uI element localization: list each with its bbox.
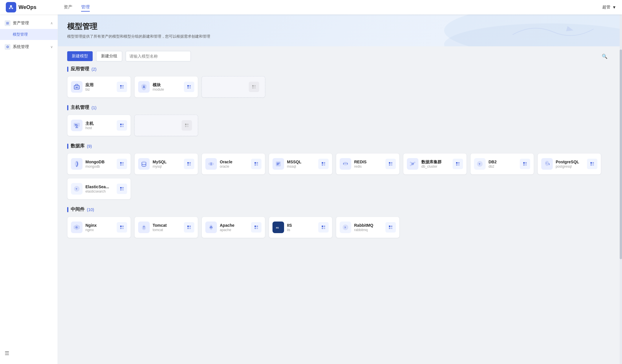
svg-rect-114 (324, 226, 325, 227)
elasticsearch-code: elasticsearch (85, 189, 117, 193)
model-card-mysql: MySQL mysql (134, 153, 198, 175)
svg-point-58 (343, 164, 347, 165)
svg-rect-120 (391, 226, 392, 227)
svg-point-83 (545, 161, 549, 166)
model-card-iis: IIS IIS iis (269, 217, 332, 238)
db2-action[interactable] (520, 159, 530, 169)
model-card-dbcluster: 4 数据库集群 db_cluster (403, 153, 467, 175)
module-name: 模块 (153, 82, 184, 87)
svg-rect-50 (255, 164, 256, 166)
postgresql-action[interactable] (587, 159, 597, 169)
new-model-button[interactable]: 新建模型 (67, 51, 93, 61)
iis-action[interactable] (318, 222, 329, 233)
host-action[interactable] (117, 120, 127, 131)
model-card-nginx: G Nginx nginx (67, 217, 131, 238)
section-middleware-title: 中间件 (71, 206, 85, 213)
section-host-title: 主机管理 (71, 105, 89, 111)
iis-icon: IIS (272, 222, 284, 233)
rabbitmq-code: rabbitmq (354, 228, 385, 232)
svg-rect-116 (324, 228, 325, 229)
svg-rect-44 (187, 164, 189, 166)
scrollbar-thumb[interactable] (620, 50, 622, 259)
placeholder-action-app[interactable] (249, 82, 259, 92)
apache-action[interactable] (251, 222, 261, 233)
mongodb-action[interactable] (117, 159, 127, 169)
user-menu[interactable]: 超管 ▼ (602, 5, 616, 10)
svg-rect-110 (257, 228, 258, 229)
nav-links: 资产 管理 (64, 3, 602, 12)
svg-rect-49 (257, 162, 258, 164)
nginx-icon: G (71, 222, 83, 233)
module-action[interactable] (184, 82, 194, 92)
svg-rect-38 (122, 162, 124, 164)
new-group-button[interactable]: 新建分组 (96, 51, 122, 61)
asset-mgmt-chevron: ∧ (50, 21, 53, 25)
elasticsearch-icon: ? (71, 183, 83, 195)
section-app-title: 应用管理 (71, 66, 89, 72)
main-layout: ⊞ 资产管理 ∧ 模型管理 ⚙ 系统管理 ∨ ☰ 模 (0, 14, 622, 364)
placeholder-action-host[interactable] (182, 120, 192, 131)
model-card-redis: REDIS redis (336, 153, 400, 175)
dbcluster-action[interactable] (453, 159, 463, 169)
nav-manage[interactable]: 管理 (81, 3, 90, 12)
apache-icon (205, 222, 217, 233)
elasticsearch-action[interactable] (117, 184, 127, 194)
mysql-action[interactable] (184, 159, 194, 169)
sidebar-item-model-mgmt[interactable]: 模型管理 (0, 29, 58, 40)
nginx-code: nginx (85, 228, 117, 232)
elasticsearch-name: ElasticSea... (85, 184, 117, 189)
sidebar-collapse-btn[interactable]: ☰ (0, 347, 58, 359)
svg-rect-19 (254, 87, 256, 89)
sidebar-section-sys-header[interactable]: ⚙ 系统管理 ∨ (0, 41, 58, 53)
svg-rect-63 (389, 164, 390, 166)
svg-rect-103 (189, 226, 191, 227)
section-db-count: (9) (87, 144, 92, 149)
biz-action[interactable] (117, 82, 127, 92)
section-middleware-count: (10) (87, 207, 94, 212)
svg-rect-31 (185, 124, 186, 125)
db2-icon: ? (474, 158, 486, 170)
oracle-code: oracle (220, 164, 251, 169)
module-code: module (153, 87, 184, 92)
svg-rect-61 (389, 162, 390, 164)
svg-rect-9 (120, 87, 122, 89)
model-card-module: 模块 module (134, 76, 198, 98)
svg-point-0 (10, 5, 12, 7)
app-model-grid: 应用 biz (67, 76, 610, 98)
scrollbar-track[interactable] (620, 14, 622, 364)
svg-rect-74 (458, 162, 460, 164)
svg-rect-27 (120, 124, 122, 125)
tomcat-action[interactable] (184, 222, 194, 233)
oracle-action[interactable] (251, 159, 261, 169)
page-banner: 模型管理 模型管理提供了所有资产的模型和模型分组的新建和管理，您可以根据需求创建… (58, 14, 620, 46)
section-host-count: (1) (92, 105, 96, 110)
search-icon[interactable]: 🔍 (602, 54, 608, 59)
svg-rect-102 (187, 226, 189, 227)
svg-rect-107 (255, 226, 256, 227)
section-host-header: 主机管理 (1) (67, 105, 610, 111)
svg-rect-97 (120, 226, 122, 227)
nav-assets[interactable]: 资产 (64, 3, 72, 12)
module-icon (138, 81, 150, 93)
host-model-grid: 主机 host (67, 115, 610, 136)
redis-action[interactable] (385, 159, 396, 169)
model-content: 应用管理 (2) (58, 66, 620, 254)
mssql-action[interactable] (318, 159, 329, 169)
mongodb-icon (71, 158, 83, 170)
nginx-action[interactable] (117, 222, 127, 233)
sidebar-section-asset-header[interactable]: ⊞ 资产管理 ∧ (0, 17, 58, 29)
nginx-name: Nginx (85, 223, 117, 228)
svg-rect-93 (120, 189, 122, 191)
svg-rect-16 (252, 85, 254, 87)
svg-rect-109 (255, 228, 256, 229)
biz-name: 应用 (85, 82, 117, 87)
svg-rect-13 (189, 85, 191, 87)
model-card-placeholder-app (202, 76, 265, 98)
section-db: 数据库 (9) MongoDB (67, 143, 610, 200)
section-middleware: 中间件 (10) G Nginx ngi (67, 206, 610, 238)
search-input[interactable] (126, 51, 191, 61)
rabbitmq-icon: ? (340, 222, 351, 233)
rabbitmq-action[interactable] (385, 222, 396, 233)
sidebar-section-sys: ⚙ 系统管理 ∨ (0, 41, 58, 53)
db-model-grid: MongoDB mongodb (67, 153, 610, 200)
